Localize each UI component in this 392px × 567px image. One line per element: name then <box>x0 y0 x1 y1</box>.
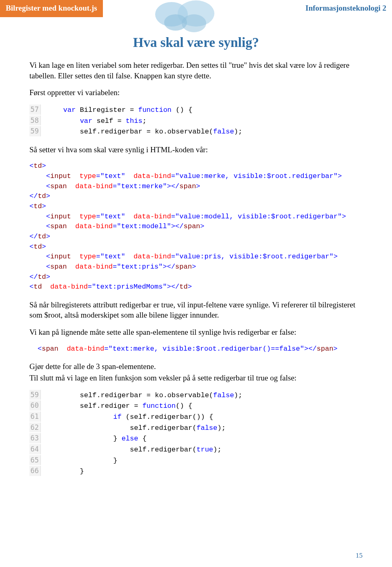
paragraph-5: Vi kan på lignende måte sette alle span-… <box>29 327 363 338</box>
code-block-4: 59 self.redigerbar = ko.observable(false… <box>29 390 363 477</box>
page-header: Bilregister med knockout.js Informasjons… <box>0 0 392 20</box>
page-title: Hva skal være synlig? <box>29 35 363 50</box>
code-block-2: <td> <input type="text" data-bind="value… <box>29 161 363 292</box>
paragraph-3: Så setter vi hva som skal være synlig i … <box>29 145 363 155</box>
paragraph-1: Vi kan lage en liten veriabel som heter … <box>29 60 363 81</box>
paragraph-7: Til slutt må vi lage en liten funksjon s… <box>29 373 363 383</box>
page-content: Hva skal være synlig? Vi kan lage en lit… <box>0 20 392 477</box>
page-number: 15 <box>356 551 363 560</box>
paragraph-2: Først oppretter vi variabelen: <box>29 87 363 98</box>
paragraph-4: Så når bilregisterets attributt redigerb… <box>29 300 363 320</box>
paragraph-6: Gjør dette for alle de 3 span-elementene… <box>29 361 363 372</box>
header-left-title: Bilregister med knockout.js <box>0 0 103 17</box>
code-block-1: 57 var Bilregister = function () { 58 va… <box>29 105 363 137</box>
code-block-3: <span data-bind="text:merke, visible:$ro… <box>38 344 363 354</box>
header-right-title: Informasjonsteknologi 2 <box>305 0 392 17</box>
